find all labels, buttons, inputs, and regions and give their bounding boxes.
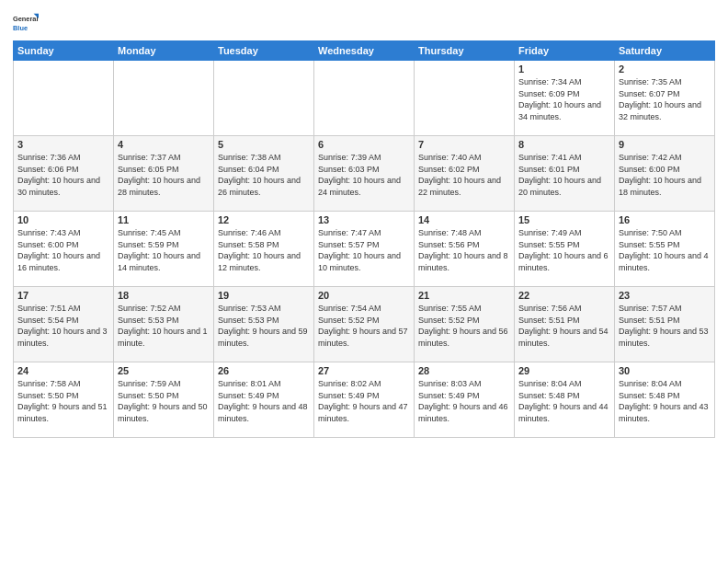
day-info: Sunrise: 7:34 AMSunset: 6:09 PMDaylight:… [518,76,610,122]
calendar-body: 1Sunrise: 7:34 AMSunset: 6:09 PMDaylight… [14,61,715,438]
calendar-week-4: 17Sunrise: 7:51 AMSunset: 5:54 PMDayligh… [14,287,715,362]
day-number: 13 [318,214,410,225]
calendar-header-friday: Friday [515,41,615,61]
page: General Blue SundayMondayTuesdayWednesda… [0,0,728,563]
day-number: 17 [17,290,109,301]
calendar-header-saturday: Saturday [615,41,715,61]
day-info: Sunrise: 7:51 AMSunset: 5:54 PMDaylight:… [17,303,109,349]
day-info: Sunrise: 7:54 AMSunset: 5:52 PMDaylight:… [318,303,410,349]
day-number: 26 [218,365,310,376]
day-number: 8 [518,139,610,150]
logo: General Blue [13,9,40,35]
day-info: Sunrise: 7:36 AMSunset: 6:06 PMDaylight:… [17,152,109,198]
day-info: Sunrise: 7:49 AMSunset: 5:55 PMDaylight:… [518,227,610,273]
calendar-cell: 30Sunrise: 8:04 AMSunset: 5:48 PMDayligh… [615,362,715,438]
calendar-cell: 18Sunrise: 7:52 AMSunset: 5:53 PMDayligh… [114,287,214,362]
calendar-cell: 23Sunrise: 7:57 AMSunset: 5:51 PMDayligh… [615,287,715,362]
svg-text:Blue: Blue [13,24,28,32]
day-number: 3 [17,139,109,150]
day-info: Sunrise: 8:01 AMSunset: 5:49 PMDaylight:… [218,378,310,424]
calendar-cell: 21Sunrise: 7:55 AMSunset: 5:52 PMDayligh… [415,287,515,362]
day-number: 15 [518,214,610,225]
day-info: Sunrise: 7:56 AMSunset: 5:51 PMDaylight:… [518,303,610,349]
day-number: 7 [418,139,510,150]
day-number: 18 [118,290,210,301]
day-info: Sunrise: 7:40 AMSunset: 6:02 PMDaylight:… [418,152,510,198]
calendar-cell [114,61,214,136]
day-number: 28 [418,365,510,376]
calendar-cell: 24Sunrise: 7:58 AMSunset: 5:50 PMDayligh… [14,362,114,438]
calendar-header-sunday: Sunday [14,41,114,61]
calendar-cell: 15Sunrise: 7:49 AMSunset: 5:55 PMDayligh… [515,212,615,287]
calendar-header-thursday: Thursday [415,41,515,61]
day-info: Sunrise: 8:04 AMSunset: 5:48 PMDaylight:… [518,378,610,424]
calendar-cell: 6Sunrise: 7:39 AMSunset: 6:03 PMDaylight… [314,136,415,212]
calendar-cell: 13Sunrise: 7:47 AMSunset: 5:57 PMDayligh… [314,212,415,287]
day-number: 27 [318,365,410,376]
calendar-cell [415,61,515,136]
calendar-header-tuesday: Tuesday [214,41,314,61]
calendar-cell: 5Sunrise: 7:38 AMSunset: 6:04 PMDaylight… [214,136,314,212]
day-info: Sunrise: 7:38 AMSunset: 6:04 PMDaylight:… [218,152,310,198]
calendar-cell: 28Sunrise: 8:03 AMSunset: 5:49 PMDayligh… [415,362,515,438]
day-info: Sunrise: 7:53 AMSunset: 5:53 PMDaylight:… [218,303,310,349]
day-info: Sunrise: 7:37 AMSunset: 6:05 PMDaylight:… [118,152,210,198]
calendar-cell: 11Sunrise: 7:45 AMSunset: 5:59 PMDayligh… [114,212,214,287]
day-info: Sunrise: 7:42 AMSunset: 6:00 PMDaylight:… [619,152,711,198]
calendar-week-2: 3Sunrise: 7:36 AMSunset: 6:06 PMDaylight… [14,136,715,212]
calendar-cell: 27Sunrise: 8:02 AMSunset: 5:49 PMDayligh… [314,362,415,438]
day-info: Sunrise: 8:02 AMSunset: 5:49 PMDaylight:… [318,378,410,424]
calendar-cell: 12Sunrise: 7:46 AMSunset: 5:58 PMDayligh… [214,212,314,287]
day-number: 9 [619,139,711,150]
day-number: 22 [518,290,610,301]
calendar-cell: 3Sunrise: 7:36 AMSunset: 6:06 PMDaylight… [14,136,114,212]
calendar-cell: 17Sunrise: 7:51 AMSunset: 5:54 PMDayligh… [14,287,114,362]
day-info: Sunrise: 8:04 AMSunset: 5:48 PMDaylight:… [619,378,711,424]
calendar-cell: 22Sunrise: 7:56 AMSunset: 5:51 PMDayligh… [515,287,615,362]
calendar-cell [214,61,314,136]
calendar-header-wednesday: Wednesday [314,41,415,61]
calendar-header-row: SundayMondayTuesdayWednesdayThursdayFrid… [14,41,715,61]
day-number: 12 [218,214,310,225]
day-number: 29 [518,365,610,376]
day-info: Sunrise: 7:46 AMSunset: 5:58 PMDaylight:… [218,227,310,273]
day-number: 19 [218,290,310,301]
calendar-cell: 16Sunrise: 7:50 AMSunset: 5:55 PMDayligh… [615,212,715,287]
calendar-week-3: 10Sunrise: 7:43 AMSunset: 6:00 PMDayligh… [14,212,715,287]
calendar-cell: 1Sunrise: 7:34 AMSunset: 6:09 PMDaylight… [515,61,615,136]
calendar-cell: 2Sunrise: 7:35 AMSunset: 6:07 PMDaylight… [615,61,715,136]
day-number: 25 [118,365,210,376]
header: General Blue [13,9,715,35]
day-number: 24 [17,365,109,376]
calendar-cell: 9Sunrise: 7:42 AMSunset: 6:00 PMDaylight… [615,136,715,212]
day-number: 20 [318,290,410,301]
day-info: Sunrise: 7:35 AMSunset: 6:07 PMDaylight:… [619,76,711,122]
day-number: 16 [619,214,711,225]
calendar-cell: 14Sunrise: 7:48 AMSunset: 5:56 PMDayligh… [415,212,515,287]
day-number: 10 [17,214,109,225]
day-number: 1 [518,63,610,75]
day-info: Sunrise: 8:03 AMSunset: 5:49 PMDaylight:… [418,378,510,424]
day-info: Sunrise: 7:50 AMSunset: 5:55 PMDaylight:… [619,227,711,273]
calendar-cell: 29Sunrise: 8:04 AMSunset: 5:48 PMDayligh… [515,362,615,438]
day-info: Sunrise: 7:39 AMSunset: 6:03 PMDaylight:… [318,152,410,198]
day-info: Sunrise: 7:47 AMSunset: 5:57 PMDaylight:… [318,227,410,273]
day-number: 23 [619,290,711,301]
day-number: 5 [218,139,310,150]
day-info: Sunrise: 7:43 AMSunset: 6:00 PMDaylight:… [17,227,109,273]
day-number: 4 [118,139,210,150]
day-info: Sunrise: 7:59 AMSunset: 5:50 PMDaylight:… [118,378,210,424]
calendar-cell: 10Sunrise: 7:43 AMSunset: 6:00 PMDayligh… [14,212,114,287]
calendar-week-5: 24Sunrise: 7:58 AMSunset: 5:50 PMDayligh… [14,362,715,438]
logo-icon: General Blue [13,9,39,35]
day-number: 21 [418,290,510,301]
day-info: Sunrise: 7:55 AMSunset: 5:52 PMDaylight:… [418,303,510,349]
calendar-cell: 25Sunrise: 7:59 AMSunset: 5:50 PMDayligh… [114,362,214,438]
calendar-cell [14,61,114,136]
calendar-cell: 20Sunrise: 7:54 AMSunset: 5:52 PMDayligh… [314,287,415,362]
calendar-cell [314,61,415,136]
svg-text:General: General [13,15,38,23]
day-info: Sunrise: 7:41 AMSunset: 6:01 PMDaylight:… [518,152,610,198]
day-info: Sunrise: 7:45 AMSunset: 5:59 PMDaylight:… [118,227,210,273]
calendar-cell: 8Sunrise: 7:41 AMSunset: 6:01 PMDaylight… [515,136,615,212]
